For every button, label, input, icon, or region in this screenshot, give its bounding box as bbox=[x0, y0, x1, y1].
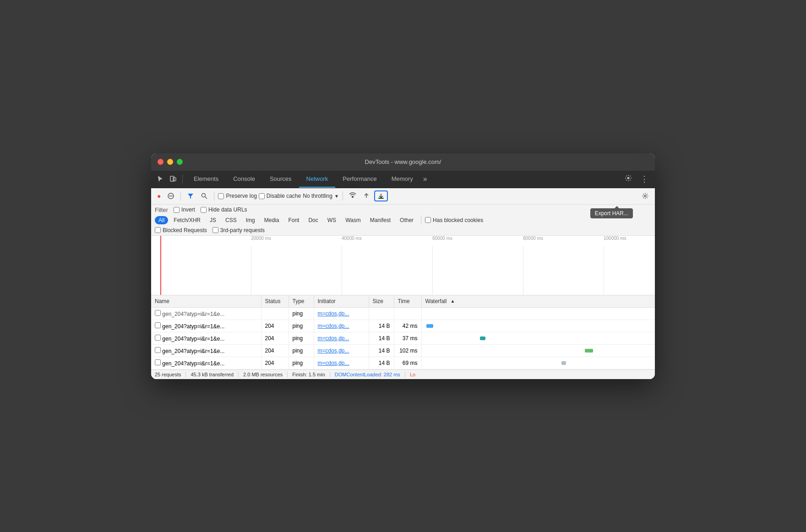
disable-cache-checkbox[interactable] bbox=[259, 193, 265, 199]
export-har-button[interactable] bbox=[374, 190, 388, 201]
row-checkbox[interactable] bbox=[155, 359, 161, 365]
network-settings-icon[interactable] bbox=[639, 191, 651, 201]
ruler-line-2 bbox=[342, 246, 342, 295]
row-checkbox[interactable] bbox=[155, 310, 161, 316]
th-size[interactable]: Size bbox=[369, 295, 394, 308]
separator-1 bbox=[180, 191, 181, 201]
network-conditions-icon[interactable] bbox=[347, 190, 359, 202]
blocked-requests-label[interactable]: Blocked Requests bbox=[155, 227, 207, 233]
close-button[interactable] bbox=[158, 159, 163, 165]
blocked-requests-row: Blocked Requests 3rd-party requests bbox=[155, 227, 651, 233]
table-header-row: Name Status Type Initiator Size Time Wat… bbox=[151, 295, 655, 308]
th-name[interactable]: Name bbox=[151, 295, 261, 308]
filter-type-fetch-xhr[interactable]: Fetch/XHR bbox=[170, 216, 204, 224]
ruler-line-3 bbox=[432, 246, 433, 295]
th-type[interactable]: Type bbox=[289, 295, 314, 308]
minimize-button[interactable] bbox=[167, 159, 173, 165]
blocked-requests-checkbox[interactable] bbox=[155, 227, 161, 233]
filter-type-img[interactable]: Img bbox=[242, 216, 259, 224]
th-time[interactable]: Time bbox=[394, 295, 421, 308]
filter-type-all[interactable]: All bbox=[155, 216, 168, 224]
tab-console[interactable]: Console bbox=[226, 170, 262, 188]
status-load: Lo bbox=[405, 372, 420, 377]
th-waterfall[interactable]: Waterfall ▲ bbox=[421, 295, 655, 308]
filter-type-doc[interactable]: Doc bbox=[305, 216, 321, 224]
throttle-select[interactable]: No throttling ▼ bbox=[303, 193, 339, 199]
svg-rect-1 bbox=[173, 178, 176, 181]
svg-point-2 bbox=[627, 177, 630, 179]
row-checkbox[interactable] bbox=[155, 322, 161, 328]
clear-button[interactable] bbox=[165, 191, 177, 201]
network-toolbar: ● Pr bbox=[151, 188, 655, 205]
separator-2 bbox=[214, 191, 214, 201]
filter-type-css[interactable]: CSS bbox=[222, 216, 240, 224]
has-blocked-cookies-checkbox[interactable] bbox=[425, 217, 431, 223]
table-row[interactable]: gen_204?atyp=i&r=1&e... 204 ping m=cdos,… bbox=[151, 344, 655, 357]
row-checkbox[interactable] bbox=[155, 335, 161, 341]
table-row[interactable]: gen_204?atyp=i&r=1&e... 204 ping m=cdos,… bbox=[151, 320, 655, 332]
th-status[interactable]: Status bbox=[261, 295, 289, 308]
status-dom-content-loaded: DOMContentLoaded: 282 ms bbox=[330, 372, 405, 377]
devtools-body: ● Pr bbox=[151, 188, 655, 379]
more-tabs-button[interactable]: » bbox=[420, 174, 430, 184]
tab-memory[interactable]: Memory bbox=[384, 170, 420, 188]
filter-button[interactable] bbox=[185, 191, 196, 201]
hide-data-urls-label[interactable]: Hide data URLs bbox=[201, 206, 247, 213]
th-initiator[interactable]: Initiator bbox=[314, 295, 369, 308]
svg-point-5 bbox=[202, 194, 206, 197]
preserve-log-label[interactable]: Preserve log bbox=[218, 193, 256, 199]
filter-type-other[interactable]: Other bbox=[396, 216, 417, 224]
status-resources: 2.0 MB resources bbox=[239, 372, 288, 377]
table-row[interactable]: gen_204?atyp=i&r=1&e... ping m=cdos,dp..… bbox=[151, 307, 655, 320]
filter-type-media[interactable]: Media bbox=[261, 216, 283, 224]
third-party-label[interactable]: 3rd-party requests bbox=[212, 227, 265, 233]
filter-type-ws[interactable]: WS bbox=[324, 216, 340, 224]
timeline-cursor bbox=[160, 236, 161, 295]
status-bar: 25 requests 45.3 kB transferred 2.0 MB r… bbox=[151, 369, 655, 379]
filter-row-1: Filter Invert Hide data URLs bbox=[155, 206, 651, 213]
settings-gear-icon[interactable] bbox=[622, 174, 635, 185]
filter-type-manifest[interactable]: Manifest bbox=[366, 216, 394, 224]
ruler-20000: 20000 ms bbox=[251, 236, 271, 241]
cursor-icon[interactable] bbox=[155, 174, 166, 184]
tab-network[interactable]: Network bbox=[299, 170, 336, 188]
maximize-button[interactable] bbox=[177, 159, 183, 165]
row-checkbox[interactable] bbox=[155, 347, 161, 353]
network-table-container[interactable]: Name Status Type Initiator Size Time Wat… bbox=[151, 295, 655, 369]
filter-bar: Filter Invert Hide data URLs All Fetch/X… bbox=[151, 205, 655, 236]
table-row[interactable]: gen_204?atyp=i&r=1&e... 204 ping m=cdos,… bbox=[151, 357, 655, 369]
upload-har-button[interactable] bbox=[360, 191, 372, 201]
search-button[interactable] bbox=[198, 191, 210, 201]
window-title: DevTools - www.google.com/ bbox=[365, 158, 441, 165]
ruler-100000: 100000 ms bbox=[604, 236, 626, 241]
third-party-checkbox[interactable] bbox=[212, 227, 218, 233]
disable-cache-label[interactable]: Disable cache bbox=[259, 193, 301, 199]
status-transferred: 45.3 kB transferred bbox=[186, 372, 239, 377]
record-button[interactable]: ● bbox=[155, 191, 163, 201]
tab-performance[interactable]: Performance bbox=[335, 170, 384, 188]
invert-label[interactable]: Invert bbox=[174, 206, 195, 213]
devtools-window: DevTools - www.google.com/ Elements Cons… bbox=[151, 153, 655, 379]
filter-type-wasm[interactable]: Wasm bbox=[342, 216, 365, 224]
traffic-lights bbox=[158, 159, 183, 165]
filter-separator bbox=[421, 217, 421, 224]
ruler-80000: 80000 ms bbox=[523, 236, 543, 241]
ruler-line-4 bbox=[523, 246, 523, 295]
ruler-line-1 bbox=[251, 246, 251, 295]
tab-elements[interactable]: Elements bbox=[186, 170, 226, 188]
tabs-bar: Elements Console Sources Network Perform… bbox=[151, 171, 655, 188]
filter-type-js[interactable]: JS bbox=[206, 216, 220, 224]
hide-data-urls-checkbox[interactable] bbox=[201, 207, 207, 213]
filter-type-font[interactable]: Font bbox=[284, 216, 303, 224]
tab-sources[interactable]: Sources bbox=[262, 170, 299, 188]
device-icon[interactable] bbox=[168, 174, 179, 184]
timeline-area[interactable]: 20000 ms 40000 ms 60000 ms 80000 ms 1000… bbox=[151, 236, 655, 295]
preserve-log-checkbox[interactable] bbox=[218, 193, 224, 199]
table-row[interactable]: gen_204?atyp=i&r=1&e... 204 ping m=cdos,… bbox=[151, 332, 655, 344]
ruler-60000: 60000 ms bbox=[432, 236, 452, 241]
tab-icon-group bbox=[155, 174, 183, 184]
tabs-right: ⋮ bbox=[622, 173, 651, 185]
more-options-icon[interactable]: ⋮ bbox=[637, 173, 651, 185]
has-blocked-cookies-label[interactable]: Has blocked cookies bbox=[425, 217, 483, 223]
invert-checkbox[interactable] bbox=[174, 207, 180, 213]
